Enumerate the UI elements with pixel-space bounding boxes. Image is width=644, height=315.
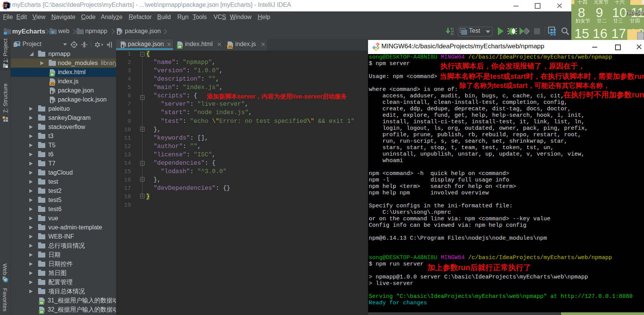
svg-text:01: 01 — [451, 33, 454, 36]
svg-text:IJ: IJ — [5, 3, 7, 6]
